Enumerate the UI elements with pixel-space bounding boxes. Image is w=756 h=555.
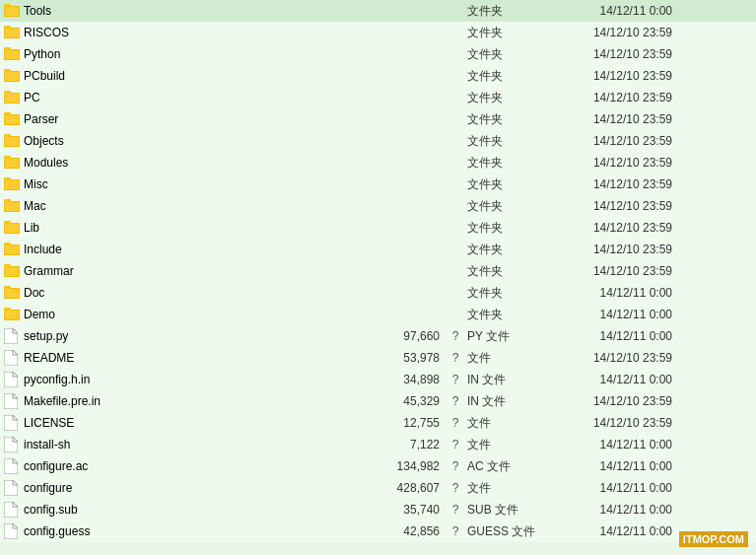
folder-icon: [4, 242, 20, 257]
file-name-text: pyconfig.h.in: [24, 373, 90, 386]
file-type-cell: 文件夹: [463, 242, 542, 258]
table-row[interactable]: Demo文件夹14/12/11 0:00: [0, 304, 756, 325]
svg-rect-14: [4, 50, 20, 59]
file-date-cell: 14/12/10 23:59: [542, 156, 680, 170]
file-name-text: Grammar: [24, 264, 74, 278]
table-row[interactable]: config.sub35,740?SUB 文件14/12/11 0:00: [0, 499, 756, 520]
file-name-text: Include: [24, 243, 62, 256]
file-name-text: install-sh: [24, 438, 70, 451]
file-name-cell: pyconfig.h.in: [4, 372, 369, 387]
table-row[interactable]: setup.py97,660?PY 文件14/12/11 0:00: [0, 325, 756, 347]
file-date-cell: 14/12/11 0:00: [542, 481, 680, 495]
svg-rect-59: [4, 245, 20, 254]
file-date-cell: 14/12/11 0:00: [542, 503, 680, 517]
table-row[interactable]: Objects文件夹14/12/10 23:59: [0, 130, 756, 152]
file-icon: [4, 372, 20, 387]
file-name-text: PC: [24, 91, 40, 104]
file-date-cell: 14/12/11 0:00: [542, 438, 680, 451]
file-date-cell: 14/12/10 23:59: [542, 177, 680, 191]
file-icon: [4, 328, 20, 344]
table-row[interactable]: Makefile.pre.in45,329?IN 文件14/12/10 23:5…: [0, 390, 756, 412]
file-name-cell: Parser: [4, 111, 369, 127]
svg-marker-83: [4, 502, 18, 518]
table-row[interactable]: Lib文件夹14/12/10 23:59: [0, 217, 756, 239]
file-type-cell: 文件: [463, 415, 542, 432]
table-row[interactable]: LICENSE12,755?文件14/12/10 23:59: [0, 412, 756, 434]
table-row[interactable]: PCbuild文件夹14/12/10 23:59: [0, 65, 756, 87]
file-type-cell: 文件: [463, 480, 542, 497]
file-question-cell: ?: [447, 481, 463, 495]
file-type-cell: 文件夹: [463, 176, 542, 193]
file-name-cell: Misc: [4, 176, 369, 192]
table-row[interactable]: pyconfig.h.in34,898?IN 文件14/12/11 0:00: [0, 369, 756, 390]
file-icon: [4, 437, 20, 452]
file-name-text: Doc: [24, 286, 44, 300]
file-name-cell: LICENSE: [4, 415, 369, 431]
file-name-cell: Demo: [4, 307, 369, 322]
file-icon: [4, 350, 20, 366]
svg-rect-4: [4, 7, 20, 16]
file-type-cell: AC 文件: [463, 458, 542, 475]
file-type-cell: 文件夹: [463, 3, 542, 20]
file-date-cell: 14/12/10 23:59: [542, 26, 680, 39]
file-type-cell: 文件夹: [463, 307, 542, 323]
svg-marker-79: [4, 415, 18, 431]
svg-rect-54: [4, 224, 20, 233]
folder-icon: [4, 220, 20, 236]
table-row[interactable]: RISCOS文件夹14/12/10 23:59: [0, 22, 756, 43]
file-type-cell: 文件夹: [463, 155, 542, 172]
folder-icon: [4, 307, 20, 322]
file-date-cell: 14/12/11 0:00: [542, 4, 680, 18]
folder-icon: [4, 285, 20, 301]
file-size-cell: 45,329: [369, 394, 447, 408]
file-name-cell: RISCOS: [4, 25, 369, 40]
folder-icon: [4, 25, 20, 40]
watermark: ITMOP.COM: [679, 531, 748, 542]
file-name-text: config.guess: [24, 524, 90, 538]
table-row[interactable]: Tools文件夹14/12/11 0:00: [0, 0, 756, 22]
file-date-cell: 14/12/11 0:00: [542, 524, 680, 538]
file-date-cell: 14/12/10 23:59: [542, 416, 680, 430]
file-name-cell: Mac: [4, 198, 369, 214]
svg-rect-24: [4, 94, 20, 103]
file-name-text: README: [24, 351, 74, 365]
file-name-text: Lib: [24, 221, 39, 235]
file-icon: [4, 523, 20, 539]
file-name-cell: PC: [4, 90, 369, 105]
svg-rect-29: [4, 115, 20, 124]
file-date-cell: 14/12/11 0:00: [542, 459, 680, 473]
table-row[interactable]: Include文件夹14/12/10 23:59: [0, 239, 756, 260]
file-name-cell: Makefile.pre.in: [4, 393, 369, 409]
file-name-text: Modules: [24, 156, 68, 170]
file-question-cell: ?: [447, 524, 463, 538]
table-row[interactable]: configure.ac134,982?AC 文件14/12/11 0:00: [0, 455, 756, 477]
file-name-text: Mac: [24, 199, 46, 213]
table-row[interactable]: Parser文件夹14/12/10 23:59: [0, 108, 756, 130]
file-date-cell: 14/12/10 23:59: [542, 351, 680, 365]
table-row[interactable]: install-sh7,122?文件14/12/11 0:00: [0, 434, 756, 455]
svg-marker-81: [4, 458, 18, 474]
file-size-cell: 97,660: [369, 329, 447, 343]
table-row[interactable]: Python文件夹14/12/10 23:59: [0, 43, 756, 65]
file-name-text: Tools: [24, 4, 51, 18]
file-icon: [4, 458, 20, 474]
table-row[interactable]: Mac文件夹14/12/10 23:59: [0, 195, 756, 217]
table-row[interactable]: Grammar文件夹14/12/10 23:59: [0, 260, 756, 282]
file-type-cell: 文件夹: [463, 133, 542, 150]
file-name-cell: Lib: [4, 220, 369, 236]
table-row[interactable]: config.guess42,856?GUESS 文件14/12/11 0:00: [0, 520, 756, 542]
file-list: Tools文件夹14/12/11 0:00 RISCOS文件夹14/12/10 …: [0, 0, 756, 542]
file-name-cell: Objects: [4, 133, 369, 149]
file-icon: [4, 502, 20, 518]
table-row[interactable]: Doc文件夹14/12/11 0:00: [0, 282, 756, 304]
table-row[interactable]: README53,978?文件14/12/10 23:59: [0, 347, 756, 369]
file-icon: [4, 480, 20, 496]
table-row[interactable]: Misc文件夹14/12/10 23:59: [0, 173, 756, 195]
table-row[interactable]: Modules文件夹14/12/10 23:59: [0, 152, 756, 173]
folder-icon: [4, 90, 20, 105]
file-name-cell: config.guess: [4, 523, 369, 539]
table-row[interactable]: PC文件夹14/12/10 23:59: [0, 87, 756, 108]
file-type-cell: GUESS 文件: [463, 523, 542, 540]
table-row[interactable]: configure428,607?文件14/12/11 0:00: [0, 477, 756, 499]
file-name-cell: Python: [4, 46, 369, 62]
